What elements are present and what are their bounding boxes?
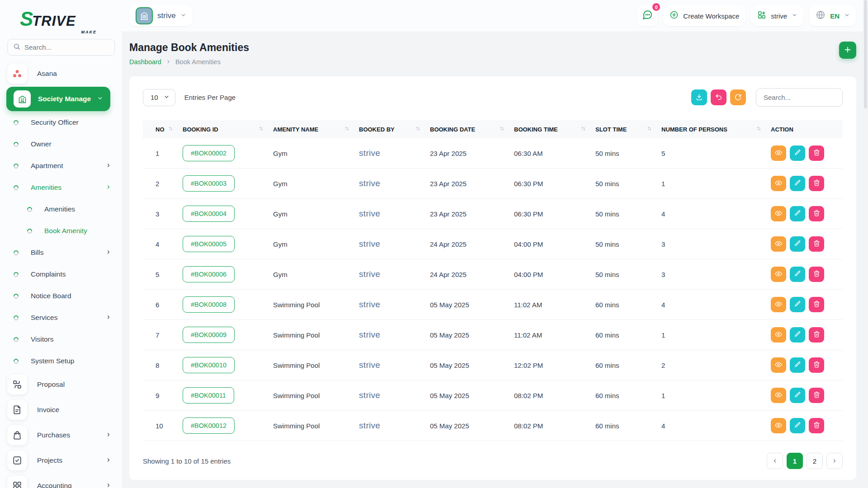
column-header-booking-date[interactable]: BOOKING DATE (430, 120, 514, 138)
page-scrollbar[interactable] (863, 0, 868, 488)
sidebar-item-label: Purchases (37, 431, 106, 439)
view-button[interactable] (771, 236, 786, 252)
view-button[interactable] (771, 297, 786, 312)
delete-button[interactable] (809, 327, 824, 343)
edit-button[interactable] (790, 418, 805, 433)
view-button[interactable] (771, 327, 786, 343)
sidebar-item-system-setup[interactable]: System Setup (0, 350, 122, 372)
sidebar-item-accounting[interactable]: Accounting (0, 473, 122, 488)
delete-button[interactable] (809, 206, 824, 221)
sidebar-item-visitors[interactable]: Visitors (0, 328, 122, 350)
view-button[interactable] (771, 267, 786, 282)
workspace-selector[interactable]: strive (129, 5, 193, 26)
workspace-menu[interactable]: strive (751, 5, 804, 26)
delete-button[interactable] (809, 357, 824, 373)
view-button[interactable] (771, 418, 786, 433)
edit-button[interactable] (790, 236, 805, 252)
delete-button[interactable] (809, 388, 824, 403)
view-button[interactable] (771, 388, 786, 403)
pagination-page-1[interactable]: 1 (787, 453, 803, 469)
cell-slot-time: 60 mins (595, 380, 661, 411)
sort-icon[interactable] (345, 126, 349, 133)
delete-button[interactable] (809, 236, 824, 252)
sidebar-item-label: Services (31, 314, 106, 322)
cell-booking-time: 04:00 PM (514, 229, 595, 259)
pagination-next-button[interactable] (826, 453, 843, 469)
sidebar-item-projects[interactable]: Projects (0, 448, 122, 473)
column-header-booked-by[interactable]: BOOKED BY (359, 120, 430, 138)
sort-icon[interactable] (500, 126, 504, 133)
sidebar-item-complaints[interactable]: Complaints (0, 263, 122, 285)
sort-icon[interactable] (259, 126, 263, 133)
create-workspace-button[interactable]: Create Workspace (663, 5, 745, 26)
booking-id-badge: #BOK00002 (183, 145, 235, 161)
view-button[interactable] (771, 206, 786, 221)
delete-button[interactable] (809, 267, 824, 282)
chat-button[interactable]: 0 (637, 5, 658, 26)
bullet-icon (13, 271, 20, 278)
add-booking-button[interactable] (839, 42, 856, 59)
refresh-button[interactable] (730, 89, 746, 105)
create-workspace-label: Create Workspace (683, 12, 739, 20)
sort-icon[interactable] (757, 126, 761, 133)
breadcrumb-dashboard-link[interactable]: Dashboard (129, 58, 161, 66)
delete-button[interactable] (809, 418, 824, 433)
edit-button[interactable] (790, 388, 805, 403)
sidebar-item-asana[interactable]: Asana (0, 61, 122, 86)
pagination-prev-button[interactable] (767, 453, 783, 469)
pagination-page-2[interactable]: 2 (807, 453, 823, 469)
column-header-amenity-name[interactable]: AMENITY NAME (273, 120, 359, 138)
back-button[interactable] (711, 89, 726, 105)
sidebar-item-invoice[interactable]: Invoice (0, 397, 122, 422)
sidebar-item-apartment[interactable]: Apartment (0, 155, 122, 177)
cell-booking-time: 12:02 PM (514, 350, 595, 380)
edit-button[interactable] (790, 327, 805, 343)
sidebar-subitem-amenities[interactable]: Amenities (0, 198, 122, 220)
edit-button[interactable] (790, 206, 805, 221)
cell-booking-date: 24 Apr 2025 (430, 259, 514, 290)
column-header-no[interactable]: NO (143, 120, 183, 138)
column-header-number-of-persons[interactable]: NUMBER OF PERSONS (661, 120, 771, 138)
edit-button[interactable] (790, 176, 805, 191)
page-title: Manage Book Amenities (129, 42, 249, 54)
sort-icon[interactable] (169, 126, 173, 133)
cell-slot-time: 50 mins (595, 199, 661, 229)
delete-button[interactable] (809, 145, 824, 161)
table-search-input[interactable] (756, 88, 843, 107)
sidebar-item-label: Society Manage (38, 95, 97, 103)
sidebar-item-purchases[interactable]: Purchases (0, 422, 122, 448)
sort-icon[interactable] (416, 126, 420, 133)
cell-amenity-name: Gym (273, 259, 359, 290)
entries-per-page-select[interactable]: 10 (143, 89, 175, 106)
sort-icon[interactable] (647, 126, 651, 133)
view-button[interactable] (771, 176, 786, 191)
sidebar-item-bills[interactable]: Bills (0, 242, 122, 263)
sidebar-item-notice-board[interactable]: Notice Board (0, 285, 122, 307)
cell-booking-date: 24 Apr 2025 (430, 229, 514, 259)
delete-button[interactable] (809, 297, 824, 312)
edit-button[interactable] (790, 145, 805, 161)
chevron-right-icon (106, 162, 111, 170)
sidebar-subitem-book-amenity[interactable]: Book Amenity (0, 220, 122, 242)
view-button[interactable] (771, 357, 786, 373)
sidebar-item-services[interactable]: Services (0, 307, 122, 328)
sidebar-item-proposal[interactable]: Proposal (0, 372, 122, 397)
export-button[interactable] (691, 89, 707, 105)
delete-button[interactable] (809, 176, 824, 191)
column-header-slot-time[interactable]: SLOT TIME (595, 120, 661, 138)
sort-icon[interactable] (581, 126, 585, 133)
sidebar-item-society-manage[interactable]: Society Manage (6, 87, 110, 111)
edit-button[interactable] (790, 297, 805, 312)
language-selector[interactable]: EN (809, 5, 856, 26)
sidebar-item-owner[interactable]: Owner (0, 133, 122, 155)
edit-button[interactable] (790, 357, 805, 373)
column-header-booking-time[interactable]: BOOKING TIME (514, 120, 595, 138)
view-button[interactable] (771, 145, 786, 161)
column-header-booking-id[interactable]: BOOKING ID (183, 120, 273, 138)
sidebar-item-amenities[interactable]: Amenities (0, 177, 122, 198)
sidebar-search-input[interactable] (24, 43, 109, 51)
edit-button[interactable] (790, 267, 805, 282)
sidebar-item-security-officer[interactable]: Security Officer (0, 112, 122, 133)
scrollbar-thumb[interactable] (864, 0, 867, 108)
cell-slot-time: 60 mins (595, 320, 661, 350)
